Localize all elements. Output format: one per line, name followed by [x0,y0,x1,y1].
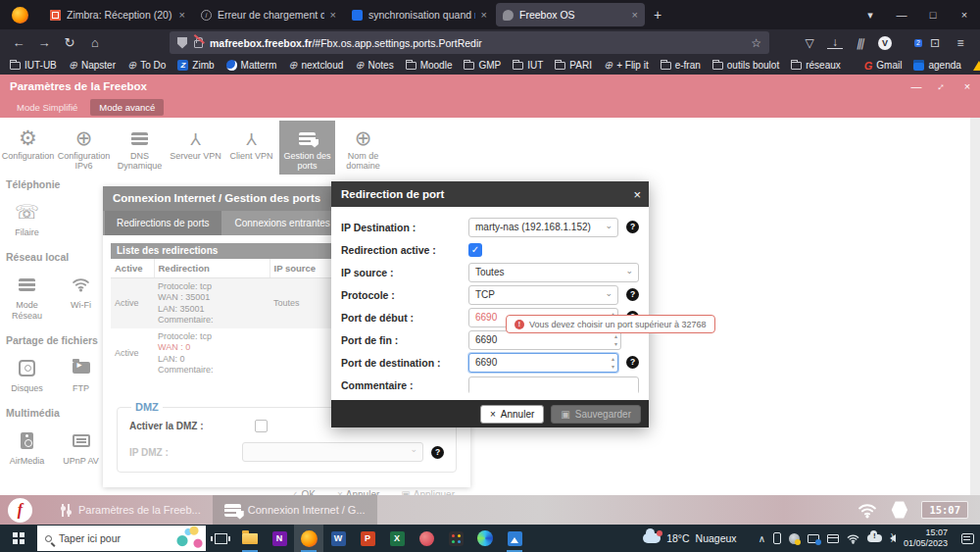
task-view-button[interactable] [206,525,235,552]
sidebar-item-disques[interactable]: Disques [0,355,54,393]
toolbar-nom-de-domaine[interactable]: ⊕ Nom de domaine [335,121,391,175]
tray-expand-icon[interactable]: ∧ [759,533,765,544]
capture-icon[interactable] [827,534,839,543]
toolbar-gestion-des-ports[interactable]: Gestion des ports [279,121,335,175]
url-bar[interactable]: mafreebox.freebox.fr/#Fbx.os.app.setting… [170,31,769,54]
window-minimize-button[interactable]: — [886,0,917,29]
taskbar-clock[interactable]: 15:07 01/05/2023 [904,527,948,549]
your-phone-icon[interactable] [773,532,781,544]
tab-error-page[interactable]: i Erreur de chargement de la pag × [194,3,343,26]
freebox-close-button[interactable]: × [955,80,980,92]
bookmark-folder[interactable]: outils boulot [712,60,779,71]
url-text[interactable]: mafreebox.freebox.fr/#Fbx.os.app.setting… [210,37,744,49]
tab-mode-simplifie[interactable]: Mode Simplifié [8,99,86,116]
taskbar-item-connexion[interactable]: Connexion Internet / G... [213,495,377,525]
forward-button[interactable]: → [31,35,57,50]
ip-destination-select[interactable]: marty-nas (192.168.1.152) [468,218,618,237]
tab-close-icon[interactable]: × [330,9,336,21]
bookmark-star-icon[interactable]: ☆ [751,36,761,50]
tab-zimbra[interactable]: Zimbra: Réception (20) × [43,3,192,26]
firefox-button[interactable] [294,525,323,552]
account-extension-icon[interactable]: V [878,36,892,50]
powerpoint-button[interactable]: P [353,525,382,552]
app-red-button[interactable] [412,525,441,552]
sidebar-item-wifi[interactable]: Wi-Fi [54,272,108,321]
back-button[interactable]: ← [6,35,31,50]
bookmark-folder[interactable]: e-fran [661,60,701,71]
word-button[interactable]: W [323,525,353,552]
extensions-icon[interactable]: ⊡ [927,36,943,50]
help-icon[interactable]: ? [626,288,639,301]
bookmark-folder[interactable]: IUT [513,60,543,71]
bookmark-folder[interactable]: IUT-UB [10,60,57,71]
spinner-icons[interactable]: ▴▾ [614,332,617,348]
bookmark-folder[interactable]: Moodle [406,60,453,71]
wifi-icon[interactable] [858,502,877,519]
commentaire-input[interactable] [469,379,638,395]
sidebar-item-filaire[interactable]: ☏ Filaire [0,199,54,237]
list-all-tabs-icon[interactable]: ▾ [855,0,886,29]
port-destination-input[interactable] [469,354,617,372]
wifi-icon[interactable] [847,533,859,544]
tracking-protection-icon[interactable] [177,37,187,49]
tray-app-icon[interactable] [789,533,800,544]
bookmark-folder[interactable]: réseaux [791,60,841,71]
tab-close-icon[interactable]: × [632,9,638,21]
window-close-button[interactable]: × [949,0,980,29]
freebox-hexagon-icon[interactable] [891,501,907,519]
sidebar-item-airmedia[interactable]: AirMedia [0,427,54,466]
bookmark-item[interactable]: GGmail [864,60,903,72]
help-icon[interactable]: ? [626,356,639,369]
photos-button[interactable] [500,525,529,552]
redirection-active-checkbox[interactable]: ✓ [468,243,482,257]
page-scrollbar[interactable] [970,118,980,495]
bookmark-folder[interactable]: PARI [555,60,592,71]
bookmark-folder[interactable]: GMP [464,60,501,71]
edge-button[interactable] [470,525,500,552]
dmz-ip-select[interactable] [242,442,423,462]
downloads-icon[interactable]: ↓ [827,37,843,49]
file-explorer-button[interactable] [235,525,265,552]
ip-source-select[interactable]: Toutes [468,263,639,282]
bookmark-item[interactable]: ⊕+ Flip it [604,60,649,71]
dmz-enable-checkbox[interactable] [255,420,268,432]
tab-connexions-entrantes[interactable]: Connexions entrantes [223,211,342,235]
onenote-button[interactable]: N [265,525,294,552]
bookmark-item[interactable]: agenda [913,60,960,71]
reload-button[interactable]: ↻ [57,35,82,50]
bookmark-item[interactable]: ⊕nextcloud [288,60,343,71]
tab-synchronisation[interactable]: synchronisation quand mon PC × [345,3,494,26]
taskbar-item-parametres[interactable]: Paramètres de la Freeb... [48,495,213,525]
onedrive-alert-icon[interactable] [867,534,882,542]
pocket-icon[interactable]: ▽ [802,36,817,50]
app-dots-button[interactable] [441,525,470,552]
dialog-cancel-button[interactable]: ×Annuler [480,405,544,424]
library-icon[interactable]: ||| [852,36,870,50]
home-button[interactable]: ⌂ [82,35,108,50]
notification-center-icon[interactable] [961,533,974,544]
toolbar-client-vpn[interactable]: Y Client VPN [223,121,279,175]
tab-redirections-de-ports[interactable]: Redirections de ports [105,211,221,235]
new-tab-button[interactable]: + [654,7,662,23]
tab-close-icon[interactable]: × [481,9,487,21]
insecure-lock-icon[interactable] [194,40,203,48]
dialog-close-icon[interactable]: × [633,187,641,202]
toolbar-configuration-ipv6[interactable]: ⊕ Configuration IPv6 [56,121,112,175]
help-icon[interactable]: ? [431,446,444,459]
volume-icon[interactable] [890,534,896,542]
protocole-select[interactable]: TCP [468,285,618,305]
sidebar-item-upnp-av[interactable]: UPnP AV [54,427,108,466]
toolbar-dns-dynamique[interactable]: DNS Dynamique [112,121,168,175]
window-maximize-button[interactable]: □ [917,0,949,29]
help-icon[interactable]: ? [626,221,639,233]
bookmark-item[interactable]: Matterm [226,60,277,71]
start-button[interactable] [0,525,37,552]
bookmark-item[interactable]: drive [973,60,980,71]
free-logo[interactable]: f [8,498,32,523]
taskbar-weather[interactable]: 18°C Nuageux [643,532,737,544]
menu-icon[interactable]: ≡ [953,36,968,50]
excel-button[interactable]: X [382,525,412,552]
sidebar-item-ftp[interactable]: FTP [54,355,108,393]
firefox-logo-icon[interactable] [12,7,28,24]
dialog-save-button[interactable]: ▣Sauvegarder [551,405,641,424]
